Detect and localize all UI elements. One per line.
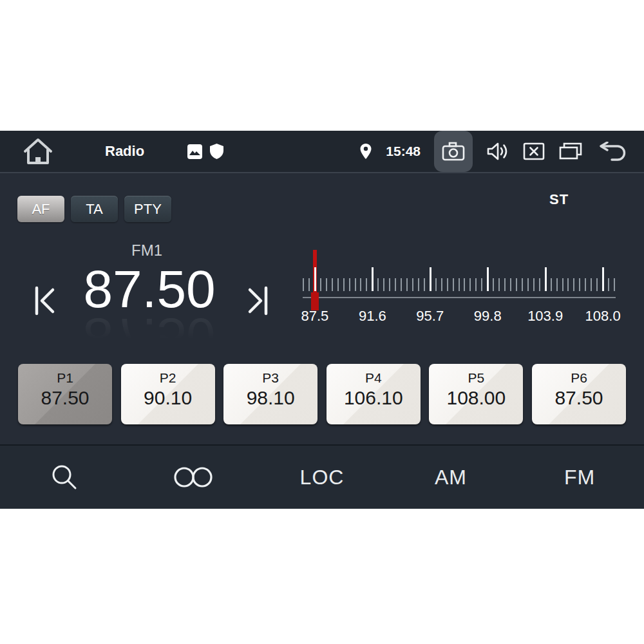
scale-minor-tick (573, 278, 574, 291)
preset-label: P2 (121, 370, 215, 386)
pty-button[interactable]: PTY (124, 196, 171, 222)
back-icon (596, 142, 627, 161)
preset-label: P6 (532, 370, 626, 386)
speaker-icon (486, 141, 509, 162)
scale-major-tick (545, 267, 547, 291)
scale-minor-tick (377, 278, 379, 291)
scale-minor-tick (303, 278, 304, 291)
loc-button[interactable]: LOC (258, 446, 386, 509)
scale-minor-tick (366, 278, 367, 291)
preset-button-p1[interactable]: P1 87.50 (18, 364, 112, 424)
scale-minor-tick (360, 278, 361, 291)
af-button[interactable]: AF (17, 196, 64, 222)
scale-minor-tick (493, 278, 494, 291)
scale-label: 95.7 (416, 308, 444, 325)
scale-minor-tick (614, 278, 615, 291)
scale-minor-tick (441, 278, 442, 291)
volume-button[interactable] (486, 141, 509, 162)
preset-label: P5 (429, 370, 523, 386)
scale-minor-tick (510, 278, 511, 291)
scale-minor-tick (355, 278, 356, 291)
scale-baseline (303, 297, 616, 298)
scale-minor-tick (516, 278, 517, 291)
scale-minor-tick (412, 278, 413, 291)
scan-button[interactable] (0, 446, 129, 509)
scale-minor-tick (453, 278, 454, 291)
scale-minor-tick (447, 278, 448, 291)
status-bar: Radio 15:48 (0, 131, 644, 173)
scale-major-tick (372, 267, 374, 291)
scale-minor-tick (504, 278, 506, 291)
band-label: FM1 (82, 242, 211, 260)
scale-minor-tick (585, 278, 586, 291)
fm-button[interactable]: FM (515, 446, 644, 509)
scale-minor-tick (579, 278, 580, 291)
seek-next-button[interactable] (245, 283, 270, 319)
home-icon (23, 137, 53, 166)
scale-minor-tick (424, 278, 425, 291)
scale-minor-tick (469, 278, 471, 291)
scale-label: 108.0 (585, 308, 621, 325)
scale-minor-tick (608, 278, 609, 291)
frequency-scale[interactable]: 87.591.695.799.8103.9108.0 (303, 250, 616, 330)
preset-label: P3 (223, 370, 317, 386)
back-button[interactable] (596, 142, 627, 161)
scale-major-tick (602, 267, 604, 291)
scale-minor-tick (539, 278, 540, 291)
close-icon (523, 142, 545, 160)
scale-major-tick (314, 267, 316, 291)
scale-minor-tick (337, 278, 339, 291)
preset-button-p3[interactable]: P3 98.10 (223, 364, 317, 424)
shield-icon (210, 144, 223, 159)
preset-label: P1 (18, 370, 112, 386)
scale-minor-tick (349, 278, 350, 291)
preset-button-p6[interactable]: P6 87.50 (532, 364, 626, 424)
scale-minor-tick (459, 278, 460, 291)
scale-minor-tick (343, 278, 345, 291)
scale-minor-tick (406, 278, 408, 291)
preset-button-p5[interactable]: P5 108.00 (429, 364, 523, 424)
scale-minor-tick (591, 278, 592, 291)
scale-minor-tick (418, 278, 419, 291)
preset-frequency: 106.10 (327, 387, 421, 409)
scale-minor-tick (551, 278, 552, 291)
scale-major-tick (430, 267, 431, 291)
scale-minor-tick (308, 278, 310, 291)
preset-frequency: 98.10 (223, 387, 317, 409)
scale-minor-tick (326, 278, 327, 291)
preset-button-p2[interactable]: P2 90.10 (121, 364, 215, 424)
clock: 15:48 (386, 144, 421, 159)
scale-label: 87.5 (301, 308, 328, 325)
am-button[interactable]: AM (386, 446, 515, 509)
bottom-bar: LOC AM FM (0, 444, 644, 509)
camera-icon (442, 142, 465, 161)
seek-previous-button[interactable] (32, 283, 58, 319)
scale-minor-tick (567, 278, 569, 291)
preset-button-p4[interactable]: P4 106.10 (327, 364, 421, 424)
scale-minor-tick (481, 278, 482, 291)
scale-minor-tick (320, 278, 321, 291)
scale-minor-tick (475, 278, 477, 291)
ta-button[interactable]: TA (71, 196, 118, 222)
home-button[interactable] (22, 137, 54, 166)
camera-button[interactable] (434, 131, 473, 172)
repeat-button[interactable] (129, 446, 258, 509)
stereo-indicator: ST (549, 191, 569, 208)
close-window-button[interactable] (523, 142, 545, 160)
scale-minor-tick (527, 278, 529, 291)
frequency-reflection: 87.50 (59, 307, 240, 366)
recent-apps-icon (558, 142, 583, 161)
scale-minor-tick (395, 278, 396, 291)
page-title: Radio (105, 131, 144, 172)
scale-minor-tick (332, 278, 333, 291)
preset-frequency: 87.50 (18, 387, 112, 409)
scale-minor-tick (556, 278, 558, 291)
preset-frequency: 108.00 (429, 387, 523, 409)
scale-minor-tick (464, 278, 465, 291)
scale-minor-tick (401, 278, 402, 291)
recent-apps-button[interactable] (558, 142, 583, 161)
preset-label: P4 (327, 370, 421, 386)
seek-previous-icon (33, 284, 57, 317)
seek-next-icon (245, 284, 270, 317)
scale-label: 103.9 (527, 308, 563, 325)
